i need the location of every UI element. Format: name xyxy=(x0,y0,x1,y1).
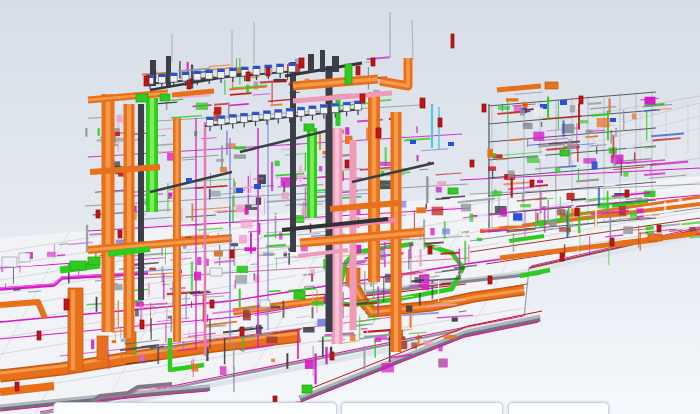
bottom-window-edge[interactable] xyxy=(508,402,609,414)
bottom-window-edge[interactable] xyxy=(53,402,337,414)
model-viewport[interactable] xyxy=(0,0,700,414)
bim-viewer-stage xyxy=(0,0,700,414)
bottom-window-edge[interactable] xyxy=(341,402,503,414)
